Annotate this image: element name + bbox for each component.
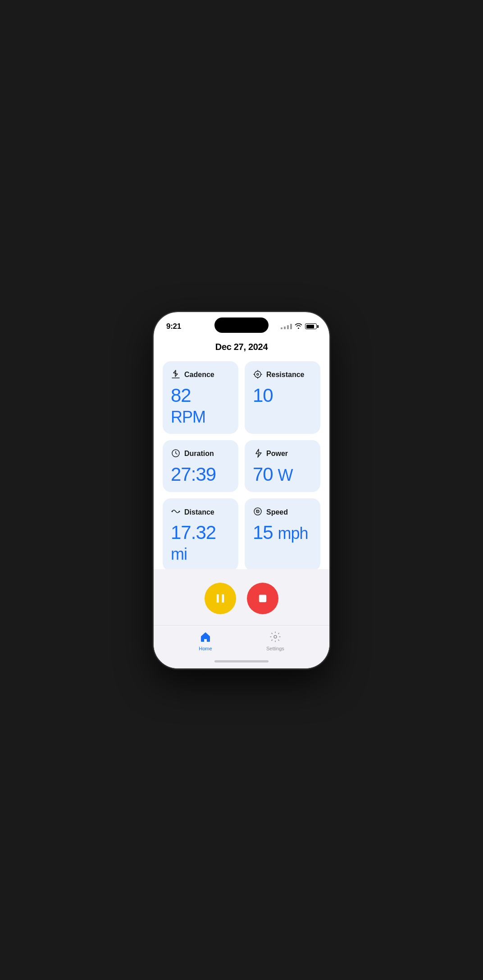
power-icon (253, 448, 263, 460)
home-icon (200, 631, 211, 644)
status-bar: 9:21 (154, 312, 329, 335)
signal-icon (281, 324, 292, 329)
tab-settings[interactable]: Settings (257, 629, 293, 653)
distance-card: Distance 17.32 mi (163, 498, 238, 569)
phone-frame: 9:21 Dec 27, (154, 312, 329, 668)
cadence-label-text: Cadence (184, 371, 214, 379)
resistance-label-text: Resistance (266, 371, 305, 379)
cadence-card: Cadence 82 RPM (163, 361, 238, 434)
svg-rect-14 (259, 594, 266, 602)
pause-icon (214, 592, 227, 605)
svg-point-7 (172, 511, 173, 512)
svg-point-8 (179, 511, 180, 512)
battery-icon (305, 323, 317, 329)
resistance-value: 10 (253, 385, 312, 406)
cadence-label: Cadence (171, 369, 230, 381)
stop-icon (256, 592, 269, 605)
bottom-area: Home Settings (154, 569, 329, 668)
status-time: 9:21 (166, 322, 181, 331)
svg-point-15 (274, 635, 277, 638)
status-icons (281, 323, 317, 330)
svg-point-11 (257, 511, 258, 512)
svg-point-1 (257, 373, 259, 375)
distance-label-text: Distance (184, 508, 214, 516)
app-content: Dec 27, 2024 Cadence (154, 335, 329, 569)
speed-label: Speed (253, 506, 312, 518)
speed-label-text: Speed (266, 508, 288, 516)
phone-screen: 9:21 Dec 27, (154, 312, 329, 668)
clock-icon (171, 448, 181, 460)
speed-card: Speed 15 mph (245, 498, 320, 569)
speed-value: 15 mph (253, 522, 312, 543)
stop-button[interactable] (247, 583, 278, 614)
power-value: 70 W (253, 464, 312, 485)
dynamic-island (214, 317, 269, 333)
resistance-icon (253, 369, 263, 381)
home-indicator (214, 660, 269, 663)
power-label: Power (253, 448, 312, 460)
distance-label: Distance (171, 506, 230, 518)
settings-icon (269, 631, 281, 644)
svg-rect-12 (217, 594, 219, 603)
cadence-icon (171, 369, 181, 381)
tab-home[interactable]: Home (190, 629, 221, 653)
date-header: Dec 27, 2024 (163, 335, 320, 361)
cadence-value: 82 RPM (171, 385, 230, 427)
resistance-label: Resistance (253, 369, 312, 381)
svg-rect-13 (222, 594, 224, 603)
distance-value: 17.32 mi (171, 522, 230, 564)
power-label-text: Power (266, 450, 288, 458)
wifi-icon (295, 323, 302, 330)
pause-button[interactable] (205, 583, 236, 614)
resistance-card: Resistance 10 (245, 361, 320, 434)
speed-icon (253, 506, 263, 518)
power-card: Power 70 W (245, 440, 320, 492)
duration-label: Duration (171, 448, 230, 460)
control-buttons (154, 578, 329, 625)
tab-bar: Home Settings (154, 625, 329, 655)
duration-label-text: Duration (184, 450, 214, 458)
distance-icon (171, 506, 181, 518)
home-tab-label: Home (199, 646, 212, 651)
home-bar (154, 655, 329, 668)
duration-value: 27:39 (171, 464, 230, 485)
svg-point-0 (255, 371, 261, 377)
settings-tab-label: Settings (266, 646, 284, 651)
duration-card: Duration 27:39 (163, 440, 238, 492)
metrics-grid: Cadence 82 RPM (163, 361, 320, 569)
